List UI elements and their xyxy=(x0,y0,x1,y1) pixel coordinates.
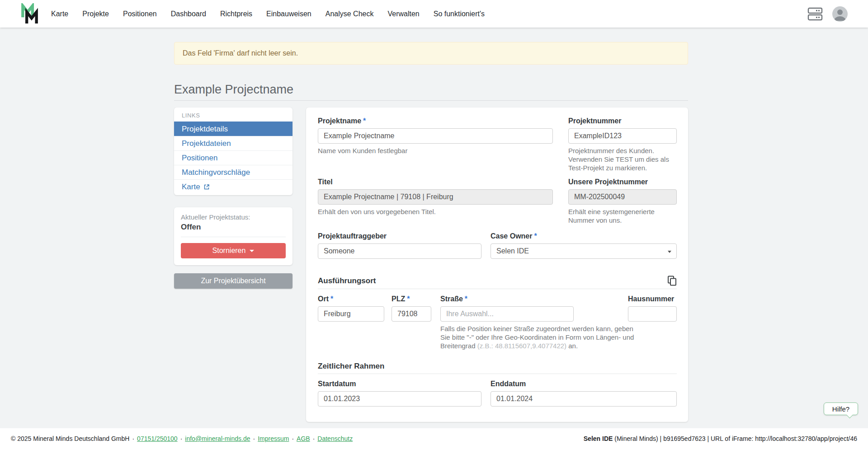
hausnummer-input[interactable] xyxy=(628,306,677,322)
select-caret-icon xyxy=(668,251,671,253)
status-divider xyxy=(181,237,286,237)
mineral-minds-logo[interactable] xyxy=(21,3,38,24)
status-value: Offen xyxy=(181,223,286,232)
external-link-icon xyxy=(203,184,210,190)
topbar-actions xyxy=(807,0,848,28)
required-marker: * xyxy=(330,295,333,303)
footer-link-impressum[interactable]: Impressum xyxy=(258,435,289,442)
status-label: Aktueller Projektstatus: xyxy=(181,213,286,221)
sidebar-item-label: Projektdetails xyxy=(182,124,228,134)
stornieren-button-label: Stornieren xyxy=(212,247,246,255)
sidebar: LINKS Projektdetails Projektdateien Posi… xyxy=(174,108,292,289)
projektname-label: Projektname* xyxy=(318,117,553,125)
enddatum-field-group: Enddatum xyxy=(491,379,677,407)
titel-input xyxy=(318,189,553,205)
startdatum-input[interactable] xyxy=(318,391,481,407)
zur-projektuebersicht-button[interactable]: Zur Projektübersicht xyxy=(174,273,292,289)
page-title: Example Projectname xyxy=(174,83,293,97)
titel-helper: Erhält den von uns vorgegebenen Titel. xyxy=(318,207,553,216)
app-page: Karte Projekte Positionen Dashboard Rich… xyxy=(0,0,868,449)
main-nav: Karte Projekte Positionen Dashboard Rich… xyxy=(51,10,485,18)
nav-item-dashboard[interactable]: Dashboard xyxy=(171,10,206,18)
zeitlicher-rahmen-section-title: Zeitlicher Rahmen xyxy=(318,362,677,371)
hilfe-button-label: Hilfe? xyxy=(832,405,849,413)
sidebar-item-label: Positionen xyxy=(182,153,217,163)
footer-session-info: (Mineral Minds) | b91695ed7623 | URL of … xyxy=(613,435,857,442)
projektname-input[interactable] xyxy=(318,128,553,144)
stornieren-button[interactable]: Stornieren xyxy=(181,243,286,258)
hausnummer-label: Hausnummer xyxy=(628,295,677,303)
projektname-helper: Name vom Kunden festlegbar xyxy=(318,146,553,155)
zeitlicher-rahmen-section: Zeitlicher Rahmen Startdatum Enddatum xyxy=(318,362,677,407)
titel-field-group: Titel Erhält den von uns vorgegebenen Ti… xyxy=(318,178,553,224)
enddatum-label: Enddatum xyxy=(491,379,677,388)
links-card: LINKS Projektdetails Projektdateien Posi… xyxy=(174,108,292,195)
projektauftraggeber-label: Projektauftraggeber xyxy=(318,232,481,240)
links-card-header: LINKS xyxy=(174,108,292,122)
footer-link-datenschutz[interactable]: Datenschutz xyxy=(317,435,353,442)
sidebar-item-label: Matchingvorschläge xyxy=(182,168,250,177)
case-owner-selected-value: Selen IDE xyxy=(496,247,529,255)
unsere-projektnummer-input xyxy=(568,189,677,205)
section-divider xyxy=(318,289,677,289)
case-owner-select[interactable]: Selen IDE xyxy=(491,243,677,259)
plz-input[interactable] xyxy=(392,306,431,322)
projektname-field-group: Projektname* Name vom Kunden festlegbar xyxy=(318,117,553,172)
required-marker: * xyxy=(407,295,410,303)
section-divider xyxy=(318,374,677,374)
sidebar-item-projektdateien[interactable]: Projektdateien xyxy=(174,136,292,150)
startdatum-field-group: Startdatum xyxy=(318,379,481,407)
projektauftraggeber-field-group: Projektauftraggeber xyxy=(318,232,481,259)
hausnummer-field-group: Hausnummer xyxy=(628,295,677,322)
nav-item-projekte[interactable]: Projekte xyxy=(82,10,109,18)
chevron-down-icon xyxy=(250,250,254,252)
footer: © 2025 Mineral Minds Deutschland GmbH · … xyxy=(0,428,868,449)
ort-field-group: Ort* xyxy=(318,295,384,322)
plz-label: PLZ* xyxy=(392,295,431,303)
plz-field-group: PLZ* xyxy=(392,295,431,322)
title-divider xyxy=(174,100,688,101)
sidebar-item-projektdetails[interactable]: Projektdetails xyxy=(174,122,292,136)
project-details-form-card: Projektname* Name vom Kunden festlegbar … xyxy=(306,108,688,422)
nav-item-karte[interactable]: Karte xyxy=(51,10,68,18)
footer-copyright: © 2025 Mineral Minds Deutschland GmbH xyxy=(11,435,129,442)
footer-left: © 2025 Mineral Minds Deutschland GmbH · … xyxy=(11,435,353,442)
strasse-label: Straße* xyxy=(440,295,574,303)
warning-alert-text: Das Feld 'Firma' darf nicht leer sein. xyxy=(183,49,298,57)
sidebar-item-label: Projektdateien xyxy=(182,139,231,148)
startdatum-label: Startdatum xyxy=(318,379,481,388)
footer-link-phone[interactable]: 07151/250100 xyxy=(137,435,178,442)
nav-item-richtpreis[interactable]: Richtpreis xyxy=(220,10,252,18)
projektnummer-label: Projektnummer xyxy=(568,117,677,125)
required-marker: * xyxy=(363,117,366,125)
sidebar-item-karte[interactable]: Karte xyxy=(174,179,292,194)
ort-label: Ort* xyxy=(318,295,384,303)
footer-link-agb[interactable]: AGB xyxy=(297,435,310,442)
nav-item-einbauweisen[interactable]: Einbauweisen xyxy=(266,10,311,18)
hilfe-button[interactable]: Hilfe? xyxy=(824,402,858,415)
brand-logo-icon xyxy=(21,3,38,24)
footer-link-email[interactable]: info@mineral-minds.de xyxy=(185,435,250,442)
sidebar-item-matchingvorschlaege[interactable]: Matchingvorschläge xyxy=(174,165,292,179)
top-navigation-bar: Karte Projekte Positionen Dashboard Rich… xyxy=(0,0,868,28)
nav-item-so-funktionierts[interactable]: So funktioniert's xyxy=(434,10,485,18)
nav-item-analyse-check[interactable]: Analyse Check xyxy=(326,10,374,18)
server-stack-icon[interactable] xyxy=(807,7,823,21)
nav-item-positionen[interactable]: Positionen xyxy=(123,10,157,18)
enddatum-input[interactable] xyxy=(491,391,677,407)
unsere-projektnummer-helper: Erhält eine systemgenerierte Nummer von … xyxy=(568,207,677,224)
user-avatar-icon[interactable] xyxy=(832,6,848,22)
projektnummer-input[interactable] xyxy=(568,128,677,144)
strasse-input[interactable] xyxy=(440,306,574,322)
required-marker: * xyxy=(465,295,467,303)
ausfuehrungsort-section-title: Ausführungsort xyxy=(318,276,376,285)
ausfuehrungsort-section: Ausführungsort Ort* xyxy=(318,276,677,350)
copy-address-button[interactable] xyxy=(667,276,677,286)
sidebar-item-positionen[interactable]: Positionen xyxy=(174,150,292,165)
required-marker: * xyxy=(534,232,537,240)
strasse-helper: Falls die Position keiner Straße zugeord… xyxy=(440,324,642,350)
project-status-card: Aktueller Projektstatus: Offen Storniere… xyxy=(174,207,292,265)
projektauftraggeber-input[interactable] xyxy=(318,243,481,259)
ort-input[interactable] xyxy=(318,306,384,322)
nav-item-verwalten[interactable]: Verwalten xyxy=(387,10,419,18)
